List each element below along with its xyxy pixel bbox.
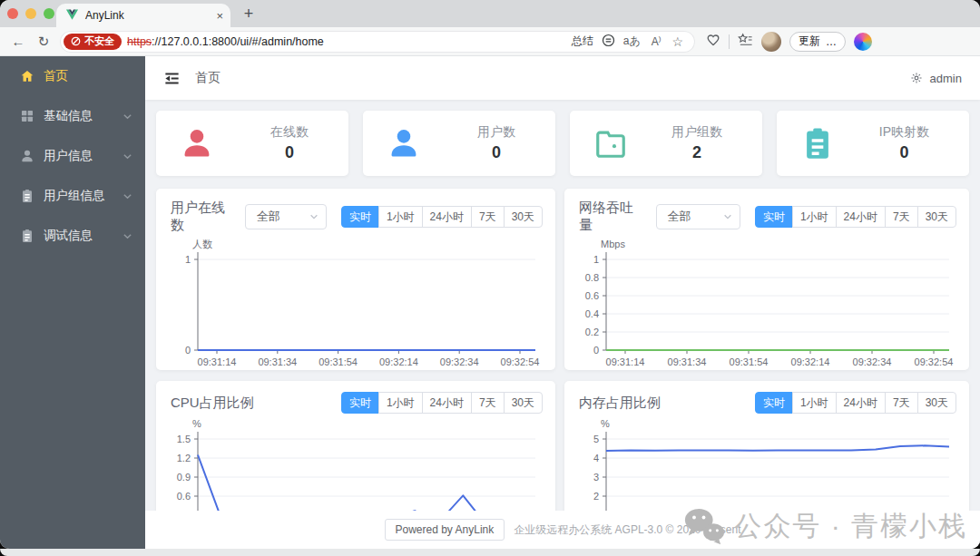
svg-text:09:32:14: 09:32:14	[791, 356, 830, 367]
time-filter-button[interactable]: 30天	[504, 206, 543, 228]
refresh-icon[interactable]: ↻	[34, 34, 53, 50]
time-filter-button[interactable]: 7天	[471, 206, 505, 228]
time-filter-button[interactable]: 30天	[504, 392, 543, 414]
svg-text:0.6: 0.6	[585, 290, 599, 301]
time-filter-button[interactable]: 实时	[341, 392, 379, 414]
svg-text:09:31:14: 09:31:14	[606, 356, 645, 367]
sidebar-item-label: 调试信息	[44, 228, 113, 244]
favorites-bar-icon[interactable]	[738, 33, 753, 51]
url-text: https://127.0.0.1:8800/ui/#/admin/home	[127, 35, 324, 48]
svg-text:09:32:34: 09:32:34	[440, 356, 479, 367]
browser-essentials-icon[interactable]	[706, 33, 720, 51]
breadcrumb[interactable]: 首页	[195, 70, 220, 86]
read-aloud-icon[interactable]: A)	[649, 34, 664, 48]
svg-text:09:31:54: 09:31:54	[730, 356, 769, 367]
group-filter-select[interactable]: 全部	[656, 204, 740, 229]
sidebar-item-用户组信息[interactable]: 用户组信息	[0, 176, 145, 216]
gear-icon[interactable]	[910, 72, 923, 84]
time-filter-button[interactable]: 24小时	[422, 392, 472, 414]
stat-card-IP映射数: IP映射数0	[777, 111, 969, 176]
address-bar[interactable]: 不安全 https://127.0.0.1:8800/ui/#/admin/ho…	[60, 31, 695, 53]
summarize-button[interactable]: 总结	[569, 34, 596, 49]
sidebar-item-label: 用户组信息	[44, 188, 113, 204]
time-filter-button[interactable]: 30天	[917, 392, 956, 414]
svg-text:0.6: 0.6	[177, 491, 191, 502]
clipboard-icon	[800, 126, 835, 161]
time-filter-button[interactable]: 1小时	[792, 206, 837, 228]
app-header: 首页 admin	[145, 56, 980, 100]
svg-text:09:31:34: 09:31:34	[258, 356, 297, 367]
chevron-down-icon	[723, 212, 732, 221]
more-icon[interactable]: …	[826, 35, 837, 48]
sidebar-item-基础信息[interactable]: 基础信息	[0, 96, 145, 136]
close-window-button[interactable]	[7, 8, 18, 19]
time-filter-group: 实时1小时24小时7天30天	[755, 392, 956, 414]
sidebar-menu: 首页基础信息用户信息用户组信息调试信息	[0, 56, 145, 549]
favorite-star-icon[interactable]: ☆	[669, 34, 686, 49]
zoom-window-button[interactable]	[44, 8, 54, 19]
stat-label: 用户数	[477, 124, 515, 141]
new-tab-button[interactable]: +	[238, 3, 260, 24]
time-filter-button[interactable]: 1小时	[378, 206, 423, 228]
svg-text:09:32:34: 09:32:34	[853, 356, 892, 367]
chart-title: 内存占用比例	[579, 395, 661, 412]
user-icon	[20, 149, 34, 163]
svg-text:0.9: 0.9	[177, 472, 191, 483]
window-bottom-strip	[0, 549, 980, 556]
chart-title: 用户在线数	[171, 200, 230, 234]
time-filter-button[interactable]: 24小时	[422, 206, 472, 228]
update-button[interactable]: 更新 …	[789, 32, 846, 52]
svg-text:人数: 人数	[192, 239, 212, 249]
tab-title: AnyLink	[85, 9, 210, 22]
svg-text:4: 4	[593, 453, 599, 463]
time-filter-button[interactable]: 24小时	[836, 392, 886, 414]
security-badge[interactable]: 不安全	[64, 34, 122, 50]
time-filter-button[interactable]: 1小时	[792, 392, 837, 414]
svg-text:09:32:54: 09:32:54	[501, 356, 540, 367]
stat-label: 在线数	[270, 124, 309, 141]
copilot-icon[interactable]	[854, 33, 872, 51]
minimize-window-button[interactable]	[25, 8, 36, 19]
folder-icon	[593, 126, 628, 161]
chart-title: 网络吞吐量	[579, 200, 642, 234]
time-filter-button[interactable]: 实时	[341, 206, 379, 228]
grid-icon	[20, 109, 34, 123]
user-icon	[387, 126, 421, 161]
watermark-text: 公众号 · 青檬小栈	[734, 508, 967, 545]
browser-tab[interactable]: AnyLink ×	[56, 4, 230, 27]
time-filter-button[interactable]: 30天	[917, 206, 956, 228]
svg-text:09:32:54: 09:32:54	[915, 356, 954, 367]
line-chart: Mbps00.20.40.60.8109:31:1409:31:3409:31:…	[572, 236, 962, 370]
browser-toolbar: ← ↻ 不安全 https://127.0.0.1:8800/ui/#/admi…	[0, 27, 980, 56]
time-filter-button[interactable]: 24小时	[836, 206, 886, 228]
tab-close-icon[interactable]: ×	[216, 9, 223, 23]
svg-text:5: 5	[593, 434, 599, 444]
translate-icon[interactable]: aあ	[621, 34, 643, 49]
collapse-menu-icon[interactable]	[163, 70, 181, 87]
back-icon[interactable]: ←	[9, 34, 27, 49]
svg-text:3: 3	[593, 472, 599, 483]
time-filter-button[interactable]: 7天	[885, 392, 918, 414]
group-filter-select[interactable]: 全部	[245, 204, 327, 229]
profile-avatar[interactable]	[761, 32, 781, 52]
watermark: 公众号 · 青檬小栈	[683, 507, 967, 545]
time-filter-button[interactable]: 7天	[885, 206, 918, 228]
username-menu[interactable]: admin	[930, 72, 962, 85]
svg-text:1: 1	[185, 254, 191, 265]
time-filter-button[interactable]: 7天	[471, 392, 505, 414]
svg-text:Mbps: Mbps	[601, 239, 625, 249]
time-filter-button[interactable]: 实时	[755, 206, 793, 228]
stat-label: 用户组数	[671, 124, 722, 141]
chart-panel-online-users: 用户在线数全部实时1小时24小时7天30天人数0109:31:1409:31:3…	[156, 189, 555, 370]
stat-label: IP映射数	[879, 124, 929, 141]
sidebar-item-首页[interactable]: 首页	[0, 56, 145, 96]
copilot-summarize-icon[interactable]	[602, 34, 615, 50]
svg-text:1.2: 1.2	[177, 453, 191, 463]
home-icon	[20, 69, 34, 83]
time-filter-button[interactable]: 实时	[755, 392, 793, 414]
sidebar-item-调试信息[interactable]: 调试信息	[0, 216, 145, 256]
main-content: 首页 admin 在线数0用户数0用户组数2IP映射数0 用户在线数全部实时1小…	[145, 56, 980, 549]
clipboard-icon	[20, 229, 34, 243]
sidebar-item-用户信息[interactable]: 用户信息	[0, 136, 145, 176]
time-filter-button[interactable]: 1小时	[378, 392, 423, 414]
